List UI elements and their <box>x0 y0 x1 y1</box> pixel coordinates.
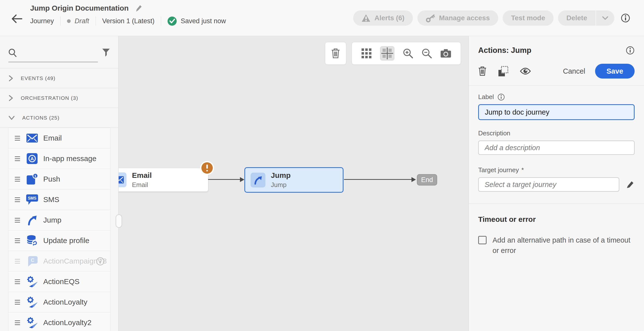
back-button[interactable] <box>11 14 23 24</box>
save-status-text: Saved just now <box>181 17 226 25</box>
header-info-button[interactable] <box>619 13 630 23</box>
sidebar-scrollbar-thumb[interactable] <box>116 214 122 228</box>
edge-email-to-jump <box>208 179 241 180</box>
info-icon <box>621 13 630 23</box>
canvas-node-jump-selected[interactable]: Jump Jump <box>244 167 344 193</box>
eye-icon <box>520 67 531 75</box>
edge-jump-to-end <box>344 179 412 180</box>
screenshot-button[interactable] <box>440 49 451 57</box>
journey-title: Jump Origin Documentation <box>30 4 128 12</box>
palette-item-inapp-message[interactable]: A In-app message <box>8 148 110 169</box>
section-label: ACTIONS (25) <box>22 115 60 121</box>
palette-item-label: ActionEQS <box>43 277 80 286</box>
zoom-in-button[interactable] <box>403 48 413 58</box>
required-asterisk: * <box>522 166 524 174</box>
node-title: Email <box>132 171 152 180</box>
panel-title: Actions: Jump <box>478 46 531 55</box>
delete-node-button[interactable] <box>478 66 486 76</box>
saved-check-icon <box>168 16 177 26</box>
alerts-button[interactable]: Alerts (6) <box>353 10 413 26</box>
fit-to-screen-button[interactable] <box>380 46 394 60</box>
object-type-label: Journey <box>30 17 54 25</box>
drag-handle-icon <box>15 197 20 202</box>
delete-button[interactable]: Delete <box>558 10 596 26</box>
divider <box>60 16 60 26</box>
info-icon[interactable] <box>96 257 105 266</box>
alerts-button-label: Alerts (6) <box>374 14 404 22</box>
palette-item-label: ActionLoyalty <box>43 298 87 306</box>
palette-item-push[interactable]: 1 Push <box>8 169 110 189</box>
drag-handle-icon <box>15 279 20 284</box>
svg-text:SMS: SMS <box>28 196 36 200</box>
timeout-section-heading: Timeout or error <box>478 215 634 224</box>
update-profile-icon <box>26 235 38 246</box>
description-field-label: Description <box>478 129 510 137</box>
edit-target-journey-button[interactable] <box>626 180 634 189</box>
preview-node-button[interactable] <box>520 67 531 75</box>
palette-item-label: SMS <box>43 195 59 204</box>
zoom-out-button[interactable] <box>422 48 432 58</box>
edge-arrowhead-icon <box>412 177 416 182</box>
drag-handle-icon <box>15 156 20 161</box>
node-subtitle: Email <box>132 181 152 189</box>
target-journey-input[interactable] <box>478 177 619 192</box>
delete-button-label: Delete <box>566 14 587 22</box>
drag-handle-icon <box>15 259 20 264</box>
search-input[interactable] <box>20 47 108 59</box>
journey-canvas[interactable]: Email Email Jump Jump End <box>118 36 468 331</box>
chevron-down-icon <box>602 16 608 20</box>
drag-handle-icon <box>15 300 20 305</box>
description-input[interactable] <box>478 141 634 155</box>
canvas-node-end[interactable]: End <box>417 174 437 186</box>
alternative-path-checkbox-row[interactable]: Add an alternative path in case of a tim… <box>478 235 634 256</box>
filter-button[interactable] <box>102 48 110 57</box>
drag-handle-icon <box>15 218 20 223</box>
properties-panel: Actions: Jump <box>468 36 644 331</box>
gear-plane-icon <box>26 296 38 308</box>
palette-item-sms[interactable]: SMS SMS <box>8 189 110 210</box>
drag-handle-icon <box>15 320 20 325</box>
gear-plane-icon <box>26 276 38 288</box>
label-field-label: Label <box>478 93 494 101</box>
svg-text:A: A <box>30 156 34 161</box>
node-title: Jump <box>271 171 290 180</box>
palette-item-actioneqs[interactable]: ActionEQS <box>8 271 110 292</box>
palette-item-actionloyalty2[interactable]: ActionLoyalty2 <box>8 312 110 331</box>
palette-item-actionloyalty[interactable]: ActionLoyalty <box>8 292 110 313</box>
push-notification-icon: 1 <box>26 173 38 185</box>
zoom-in-icon <box>403 48 413 58</box>
cancel-button[interactable]: Cancel <box>563 67 585 75</box>
email-node-icon <box>118 172 126 187</box>
drag-handle-icon <box>15 136 20 141</box>
palette-item-jump[interactable]: Jump <box>8 210 110 231</box>
jump-node-icon <box>250 173 266 188</box>
alternative-path-checkbox-label: Add an alternative path in case of a tim… <box>492 235 631 256</box>
info-icon[interactable] <box>626 46 634 55</box>
status-badge: Draft <box>75 17 89 25</box>
palette-item-label: ActionLoyalty2 <box>43 319 92 327</box>
sidebar-section-events[interactable]: EVENTS (49) <box>0 68 118 88</box>
canvas-delete-button[interactable] <box>331 48 340 58</box>
palette-sidebar: EVENTS (49) ORCHESTRATION (3) ACTIONS (2… <box>0 36 118 331</box>
palette-item-update-profile[interactable]: Update profile <box>8 230 110 251</box>
palette-item-actioncampaignv8: C ActionCampaignV8 <box>8 251 110 272</box>
checkbox-unchecked-icon[interactable] <box>478 236 486 244</box>
info-icon[interactable] <box>498 93 505 101</box>
label-input[interactable] <box>478 104 634 120</box>
manage-access-button[interactable]: Manage access <box>418 10 498 26</box>
sidebar-section-actions[interactable]: ACTIONS (25) <box>0 108 118 127</box>
palette-item-label: Push <box>43 175 60 183</box>
duplicate-node-button[interactable] <box>498 66 508 76</box>
grid-icon <box>362 48 372 58</box>
palette-item-email[interactable]: Email <box>8 128 110 148</box>
canvas-node-email[interactable]: Email Email <box>118 168 208 191</box>
save-button[interactable]: Save <box>595 64 634 78</box>
grid-view-button[interactable] <box>362 48 372 58</box>
pencil-icon <box>626 180 634 189</box>
test-mode-button[interactable]: Test mode <box>503 10 554 26</box>
sidebar-section-orchestration[interactable]: ORCHESTRATION (3) <box>0 88 118 108</box>
edit-title-pencil-icon[interactable] <box>135 4 143 12</box>
warning-badge-icon[interactable] <box>200 161 214 175</box>
delete-more-dropdown[interactable] <box>596 10 614 26</box>
divider <box>96 16 96 26</box>
